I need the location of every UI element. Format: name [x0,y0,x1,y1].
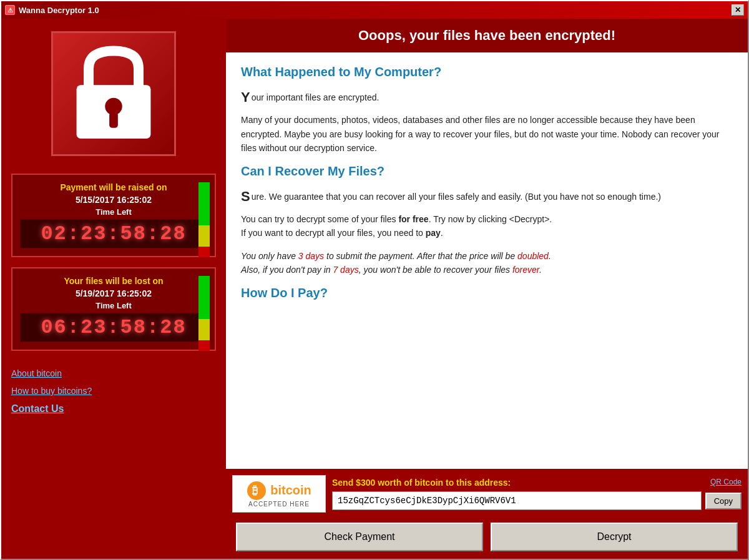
doubled-text: doubled [517,251,549,261]
section2-para2: You can try to decrypt some of your file… [241,212,733,240]
svg-rect-2 [109,112,118,128]
payment-area: ₿ bitcoin ACCEPTED HERE Send $300 worth … [226,469,748,559]
contact-us-link[interactable]: Contact Us [11,403,216,415]
timer-bar-yellow [198,225,210,247]
timer2-bar-green [198,276,210,319]
timer1-display: 02:23:58:28 [20,219,207,248]
timer1-date: 5/15/2017 16:25:02 [20,195,207,205]
section3-heading: How Do I Pay? [241,286,733,300]
how-to-buy-link[interactable]: How to buy bitcoins? [11,386,216,396]
3days-text: 3 days [298,251,324,261]
right-panel: Ooops, your files have been encrypted! W… [226,19,748,559]
title-bar: ⚠ Wanna Decryptor 1.0 ✕ [1,1,748,19]
timer-box-2: Your files will be lost on 5/19/2017 16:… [11,267,216,351]
timer2-bar-yellow [198,319,210,340]
qr-code-link[interactable]: QR Code [710,478,742,486]
timer2-title: Your files will be lost on [20,276,207,286]
timer-bar-red [198,247,210,257]
check-payment-button[interactable]: Check Payment [236,523,483,551]
window-title: Wanna Decryptor 1.0 [19,6,99,15]
bitcoin-sub: ACCEPTED HERE [248,501,310,508]
timer2-label: Time Left [20,301,207,310]
links-section: About bitcoin How to buy bitcoins? Conta… [1,356,226,559]
bitcoin-address-input[interactable] [332,491,702,510]
timer1-title: Payment will be raised on [20,182,207,192]
section1-heading: What Happened to My Computer? [241,65,733,79]
section1-para1: Y our important files are encrypted. [241,91,733,104]
decrypt-button[interactable]: Decrypt [491,523,738,551]
main-content: Payment will be raised on 5/15/2017 16:2… [1,19,748,559]
address-row: Copy [332,491,742,510]
section2-heading: Can I Recover My Files? [241,164,733,179]
header-banner: Ooops, your files have been encrypted! [226,19,748,52]
timer1-bar [198,182,210,257]
about-bitcoin-link[interactable]: About bitcoin [11,368,216,378]
free-bold: for free [398,214,428,224]
copy-button[interactable]: Copy [705,493,742,509]
timer2-date: 5/19/2017 16:25:02 [20,288,207,298]
bitcoin-logo: ₿ bitcoin ACCEPTED HERE [232,475,326,513]
section1-para2: Many of your documents, photos, videos, … [241,113,733,155]
first-letter-Y: Y [241,91,250,104]
section2-para1: S ure. We guarantee that you can recover… [241,190,733,204]
timer2-bar-red [198,340,210,351]
section2-para4: You only have 3 days to submit the payme… [241,249,733,277]
timer1-label: Time Left [20,207,207,217]
bitcoin-logo-row: ₿ bitcoin [247,481,311,501]
forever-text: forever [512,265,539,275]
app-icon: ⚠ [5,5,15,15]
pay-bold: pay [426,228,441,238]
bitcoin-payment-row: ₿ bitcoin ACCEPTED HERE Send $300 worth … [226,469,748,518]
7days-text: 7 days [333,265,358,275]
svg-text:₿: ₿ [252,484,258,497]
left-panel: Payment will be raised on 5/15/2017 16:2… [1,19,226,559]
content-area: What Happened to My Computer? Y our impo… [226,52,748,469]
timer2-display: 06:23:58:28 [20,313,207,342]
payment-label: Send $300 worth of bitcoin to this addre… [332,478,511,488]
first-letter-S: S [241,190,250,204]
button-row: Check Payment Decrypt [226,518,748,559]
timer-box-1: Payment will be raised on 5/15/2017 16:2… [11,174,216,257]
lock-image [51,31,176,156]
timer-bar-green [198,182,210,225]
title-bar-left: ⚠ Wanna Decryptor 1.0 [5,5,99,15]
main-window: ⚠ Wanna Decryptor 1.0 ✕ Pa [0,0,749,560]
bitcoin-text: bitcoin [270,483,311,498]
timer2-bar [198,276,210,351]
close-button[interactable]: ✕ [732,4,744,16]
payment-info: Send $300 worth of bitcoin to this addre… [332,478,742,510]
